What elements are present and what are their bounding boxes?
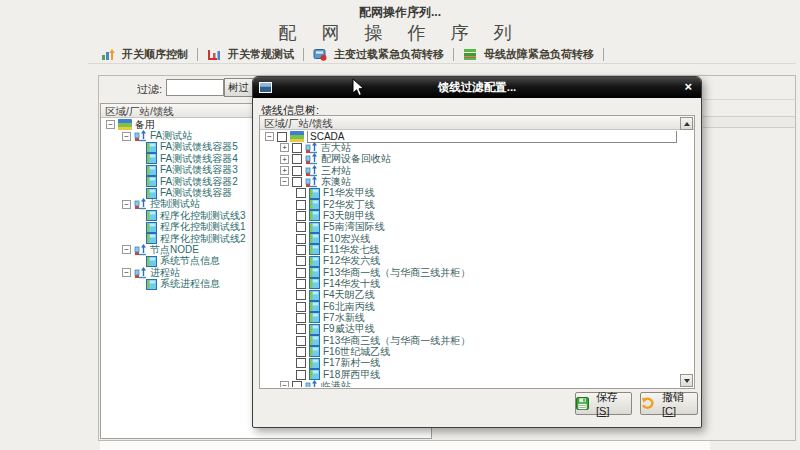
station-icon (305, 153, 318, 165)
station-icon (305, 380, 318, 387)
collapse-icon[interactable]: − (280, 381, 289, 387)
feeder-icon (146, 176, 157, 187)
dialog-window-icon (259, 82, 272, 93)
row-checkbox[interactable] (296, 336, 306, 346)
group-folder-icon (118, 119, 132, 130)
expand-icon[interactable]: + (280, 155, 289, 164)
station-icon (134, 198, 147, 210)
row-label: 临港站 (321, 379, 351, 387)
row-checkbox[interactable] (296, 347, 306, 357)
station-icon (134, 130, 147, 142)
row-checkbox[interactable] (292, 143, 302, 153)
save-icon (576, 397, 589, 410)
row-checkbox[interactable] (296, 302, 306, 312)
save-button-label: 保存[S] (596, 390, 631, 417)
switch-test-icon (207, 48, 221, 61)
tab-label: 开关顺序控制 (122, 47, 188, 62)
row-checkbox[interactable] (296, 268, 306, 278)
row-checkbox[interactable] (296, 324, 306, 334)
feeder-icon (146, 210, 157, 221)
row-checkbox[interactable] (296, 211, 306, 221)
undo-button-label: 撤销[C] (662, 390, 697, 417)
feeder-icon (309, 278, 320, 289)
collapse-icon[interactable]: − (280, 177, 289, 186)
row-checkbox[interactable] (277, 132, 287, 142)
station-icon (134, 267, 147, 279)
scroll-down-icon (684, 379, 690, 383)
row-checkbox[interactable] (296, 279, 306, 289)
scroll-up-button[interactable] (680, 117, 693, 130)
row-checkbox[interactable] (296, 222, 306, 232)
close-icon[interactable]: × (684, 79, 692, 94)
expand-icon[interactable]: + (280, 143, 289, 152)
tab-3[interactable]: 主变过载紧急负荷转移 (304, 47, 453, 62)
row-checkbox[interactable] (296, 234, 306, 244)
tab-label: 主变过载紧急负荷转移 (334, 47, 444, 62)
row-label: 系统进程信息 (160, 277, 220, 291)
feeder-icon (309, 358, 320, 369)
save-button[interactable]: 保存[S] (575, 392, 632, 415)
station-icon (305, 165, 318, 177)
mouse-cursor (352, 78, 365, 101)
window-title: 配网操作序列... (0, 4, 800, 21)
feeder-tree-panel: 区域/厂站/馈线 −SCADA+吉大站+配网设备回收站+三村站−东澳站F1华发甲… (259, 115, 695, 389)
overload-transfer-icon (313, 48, 327, 61)
tab-label: 母线故障紧急负荷转移 (484, 47, 594, 62)
expand-icon[interactable]: + (280, 166, 289, 175)
feeder-icon (309, 290, 320, 301)
tab-4[interactable]: 母线故障紧急负荷转移 (454, 47, 603, 62)
feeder-tree-row[interactable]: −临港站 (261, 380, 679, 387)
app-window: 配网操作序列... 配 网 操 作 序 列 开关顺序控制开关常规测试主变过载紧急… (0, 0, 800, 450)
feeder-filter-dialog: 馈线过滤配置... × 馈线信息树: 区域/厂站/馈线 −SCADA+吉大站+配… (252, 76, 702, 428)
scroll-down-button[interactable] (680, 374, 693, 387)
collapse-icon[interactable]: − (122, 245, 131, 254)
filter-input[interactable] (166, 79, 224, 96)
feeder-icon (146, 153, 157, 164)
tabbar-divider (88, 63, 796, 64)
feeder-icon (309, 267, 320, 278)
switch-sequence-icon (101, 48, 115, 61)
station-icon (134, 244, 147, 256)
feeder-icon (309, 233, 320, 244)
feeder-icon (309, 335, 320, 346)
row-checkbox[interactable] (296, 188, 306, 198)
scada-folder-icon (290, 131, 304, 142)
feeder-icon (309, 312, 320, 323)
row-checkbox[interactable] (296, 200, 306, 210)
row-checkbox[interactable] (292, 166, 302, 176)
collapse-icon[interactable]: − (122, 132, 131, 141)
row-checkbox[interactable] (296, 256, 306, 266)
window-bottom-strip (100, 441, 710, 450)
station-icon (305, 176, 318, 188)
feeder-icon (309, 369, 320, 380)
collapse-icon[interactable]: − (265, 132, 274, 141)
tab-1[interactable]: 开关顺序控制 (92, 47, 197, 62)
row-checkbox[interactable] (292, 177, 302, 187)
row-checkbox[interactable] (296, 313, 306, 323)
page-title: 配 网 操 作 序 列 (0, 21, 800, 45)
row-checkbox[interactable] (292, 154, 302, 164)
tab-bar: 开关顺序控制开关常规测试主变过载紧急负荷转移母线故障紧急负荷转移 (92, 45, 604, 63)
dialog-tree-header: 区域/厂站/馈线 (260, 116, 694, 130)
feeder-icon (309, 346, 320, 357)
tab-2[interactable]: 开关常规测试 (198, 47, 303, 62)
row-checkbox[interactable] (296, 358, 306, 368)
feeder-icon (309, 199, 320, 210)
row-checkbox[interactable] (296, 290, 306, 300)
right-panel-header-fragment (703, 116, 795, 128)
collapse-icon[interactable]: − (122, 268, 131, 277)
collapse-icon[interactable]: − (106, 120, 115, 129)
collapse-icon[interactable]: − (122, 200, 131, 209)
row-checkbox[interactable] (292, 381, 302, 387)
feeder-icon (309, 301, 320, 312)
scroll-up-icon (684, 122, 690, 126)
row-checkbox[interactable] (296, 245, 306, 255)
feeder-icon (146, 142, 157, 153)
undo-button[interactable]: 撤销[C] (640, 392, 698, 415)
dialog-titlebar[interactable]: 馈线过滤配置... × (253, 77, 701, 98)
feeder-icon (309, 256, 320, 267)
feeder-icon (309, 210, 320, 221)
dialog-title: 馈线过滤配置... (438, 80, 517, 95)
feeder-icon (309, 188, 320, 199)
row-checkbox[interactable] (296, 370, 306, 380)
